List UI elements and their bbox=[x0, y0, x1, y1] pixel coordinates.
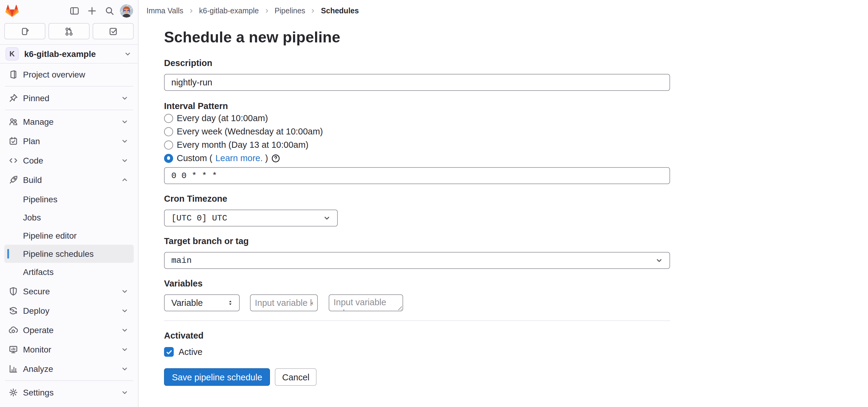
deploy-icon bbox=[8, 306, 18, 316]
plus-icon bbox=[87, 6, 97, 16]
radio-label: Every month (Day 13 at 10:00am) bbox=[177, 140, 308, 150]
sidebar-item-label: Project overview bbox=[23, 70, 85, 79]
create-new-button[interactable] bbox=[85, 4, 99, 18]
variables-label: Variables bbox=[164, 279, 670, 289]
radio-custom[interactable] bbox=[164, 153, 173, 163]
description-input[interactable] bbox=[164, 74, 670, 91]
sidebar-item-label: Deploy bbox=[23, 306, 49, 316]
form-actions: Save pipeline schedule Cancel bbox=[164, 368, 670, 386]
issues-icon bbox=[20, 26, 30, 36]
radio-every-month[interactable] bbox=[164, 140, 173, 149]
project-context-switcher[interactable]: K k6-gitlab-example bbox=[0, 45, 138, 64]
monitor-icon bbox=[8, 345, 18, 354]
target-branch-label: Target branch or tag bbox=[164, 236, 670, 246]
variable-value-input[interactable] bbox=[329, 294, 403, 311]
chevron-down-icon bbox=[120, 365, 129, 373]
cloud-pod-icon bbox=[8, 325, 18, 335]
variable-row: Variable bbox=[164, 294, 670, 311]
check-icon bbox=[165, 349, 172, 355]
sidebar-item-code[interactable]: Code bbox=[4, 151, 134, 170]
target-branch-dropdown[interactable]: main bbox=[164, 252, 670, 269]
project-name: k6-gitlab-example bbox=[24, 49, 96, 59]
active-checkbox-row: Active bbox=[164, 347, 670, 357]
todo-check-icon bbox=[108, 26, 118, 36]
sidebar-item-label: Settings bbox=[23, 388, 54, 397]
sidebar-header bbox=[0, 0, 138, 19]
panel-toggle-icon bbox=[70, 6, 79, 16]
interval-option-monthly: Every month (Day 13 at 10:00am) bbox=[164, 138, 670, 151]
build-submenu: Pipelines Jobs Pipeline editor Pipeline … bbox=[4, 190, 134, 281]
sidebar-item-label: Pinned bbox=[23, 93, 49, 103]
shield-icon bbox=[8, 287, 18, 296]
sidebar-item-label: Pipeline schedules bbox=[23, 249, 94, 259]
pin-icon bbox=[8, 93, 18, 103]
cancel-button[interactable]: Cancel bbox=[275, 368, 317, 386]
radio-label: Custom ( bbox=[177, 153, 213, 163]
sidebar-item-plan[interactable]: Plan bbox=[4, 132, 134, 151]
active-indicator bbox=[7, 249, 9, 259]
sidebar-item-label: Pipelines bbox=[23, 195, 58, 204]
radio-label: Every week (Wednesday at 10:00am) bbox=[177, 126, 323, 136]
sidebar-item-operate[interactable]: Operate bbox=[4, 320, 134, 340]
radio-every-week[interactable] bbox=[164, 127, 173, 136]
sidebar-item-deploy[interactable]: Deploy bbox=[4, 301, 134, 320]
sidebar-header-actions bbox=[67, 4, 133, 18]
issues-shortcut-button[interactable] bbox=[4, 23, 45, 39]
variable-type-select[interactable]: Variable bbox=[164, 294, 240, 311]
radio-label-close: ) bbox=[265, 153, 268, 163]
todos-shortcut-button[interactable] bbox=[93, 23, 134, 39]
sidebar-toggle-button[interactable] bbox=[67, 4, 82, 18]
page-title: Schedule a new pipeline bbox=[164, 27, 670, 47]
variable-key-input[interactable] bbox=[250, 294, 318, 311]
active-checkbox[interactable] bbox=[164, 347, 174, 357]
radio-every-day[interactable] bbox=[164, 114, 173, 123]
learn-more-link[interactable]: Learn more. bbox=[216, 153, 263, 163]
interval-option-daily: Every day (at 10:00am) bbox=[164, 111, 670, 125]
target-branch-value: main bbox=[171, 256, 192, 265]
chevron-down-icon bbox=[655, 256, 663, 265]
sidebar-item-analyze[interactable]: Analyze bbox=[4, 359, 134, 379]
radio-label: Every day (at 10:00am) bbox=[177, 113, 268, 123]
chevron-down-icon bbox=[123, 50, 132, 58]
sidebar-item-jobs[interactable]: Jobs bbox=[4, 208, 134, 227]
sidebar-item-label: Analyze bbox=[23, 364, 53, 374]
search-button[interactable] bbox=[102, 4, 117, 18]
save-pipeline-schedule-button[interactable]: Save pipeline schedule bbox=[164, 368, 270, 386]
chevron-down-icon bbox=[120, 287, 129, 296]
sidebar-item-pipelines[interactable]: Pipelines bbox=[4, 190, 134, 208]
sidebar-item-label: Code bbox=[23, 156, 43, 165]
sidebar-item-settings[interactable]: Settings bbox=[4, 383, 134, 402]
sidebar-item-build[interactable]: Build bbox=[4, 170, 134, 190]
merge-requests-shortcut-button[interactable] bbox=[49, 23, 90, 39]
cron-timezone-value: [UTC 0] UTC bbox=[171, 213, 227, 223]
code-icon bbox=[8, 156, 18, 165]
users-icon bbox=[8, 117, 18, 126]
sidebar-item-monitor[interactable]: Monitor bbox=[4, 340, 134, 359]
project-overview-icon bbox=[8, 70, 18, 79]
sidebar-item-pipeline-editor[interactable]: Pipeline editor bbox=[4, 227, 134, 245]
sidebar-item-label: Plan bbox=[23, 136, 40, 146]
sidebar-item-pipeline-schedules[interactable]: Pipeline schedules bbox=[4, 245, 134, 263]
sidebar-item-project-overview[interactable]: Project overview bbox=[4, 65, 134, 84]
sidebar-item-label: Operate bbox=[23, 325, 54, 335]
sidebar-item-manage[interactable]: Manage bbox=[4, 112, 134, 132]
cron-pattern-input[interactable] bbox=[164, 167, 670, 184]
chevron-down-icon bbox=[120, 345, 129, 354]
sidebar-item-secure[interactable]: Secure bbox=[4, 282, 134, 301]
cron-timezone-dropdown[interactable]: [UTC 0] UTC bbox=[164, 209, 338, 227]
chevron-down-icon bbox=[120, 94, 129, 103]
schedule-form: Schedule a new pipeline Description Inte… bbox=[164, 0, 670, 386]
chevron-down-icon bbox=[120, 326, 129, 334]
cron-timezone-label: Cron Timezone bbox=[164, 194, 670, 204]
user-avatar[interactable] bbox=[120, 4, 133, 18]
chart-icon bbox=[8, 364, 18, 374]
variable-type-value: Variable bbox=[171, 298, 203, 308]
project-avatar: K bbox=[5, 47, 19, 61]
interval-pattern-label: Interval Pattern bbox=[164, 101, 670, 111]
sidebar-item-label: Artifacts bbox=[23, 267, 54, 277]
up-down-icon bbox=[226, 298, 234, 307]
sidebar-item-pinned[interactable]: Pinned bbox=[4, 88, 134, 108]
help-question-icon[interactable] bbox=[271, 153, 280, 163]
sidebar-item-artifacts[interactable]: Artifacts bbox=[4, 263, 134, 281]
sidebar-item-label: Jobs bbox=[23, 212, 41, 222]
